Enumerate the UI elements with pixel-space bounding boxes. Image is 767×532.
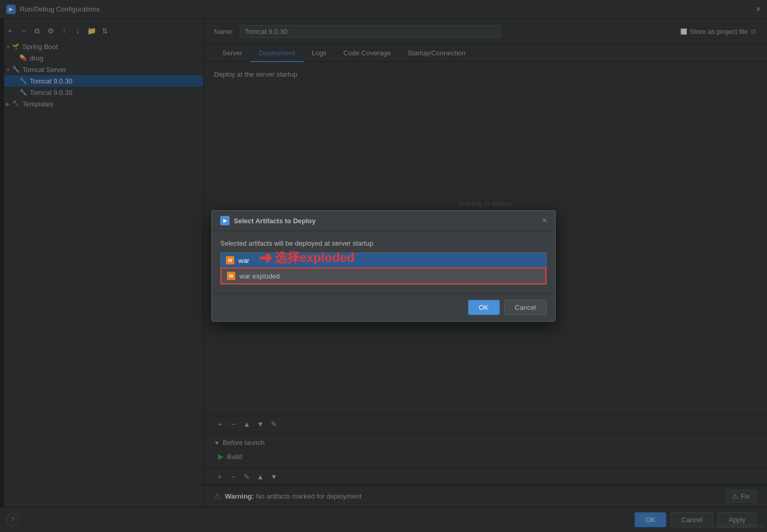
dialog-subtitle: Selected artifacts will be deployed at s… [220, 239, 547, 247]
select-artifacts-dialog: ▶ Select Artifacts to Deploy × Selected … [211, 210, 556, 322]
dialog-ok-button[interactable]: OK [468, 300, 500, 315]
dialog-title-bar: ▶ Select Artifacts to Deploy × [212, 211, 555, 231]
dialog-icon: ▶ [220, 216, 230, 225]
artifact-war-exploded-label: war exploded [239, 272, 280, 280]
artifact-item-war[interactable]: W war [221, 253, 546, 268]
dialog-footer: OK Cancel [212, 293, 555, 321]
dialog-body: Selected artifacts will be deployed at s… [212, 231, 555, 293]
dialog-cancel-button[interactable]: Cancel [504, 300, 547, 315]
dialog-overlay: ▶ Select Artifacts to Deploy × Selected … [0, 0, 767, 532]
war-icon: W [226, 256, 234, 264]
dialog-title: Select Artifacts to Deploy [234, 217, 316, 225]
artifact-item-war-exploded[interactable]: W war exploded [221, 268, 546, 284]
dialog-close-button[interactable]: × [542, 216, 547, 225]
war-exploded-icon: W [227, 272, 235, 280]
artifact-war-label: war [238, 257, 249, 264]
artifact-list: W war W war exploded [220, 252, 547, 285]
